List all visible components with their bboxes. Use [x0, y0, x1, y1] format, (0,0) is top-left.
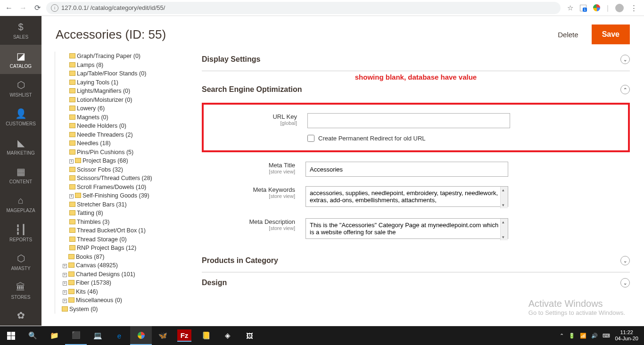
tree-node[interactable]: +Canvas (48925) — [57, 261, 188, 270]
tree-node[interactable]: Magnets (0) — [57, 113, 188, 122]
tree-node[interactable]: Lap/Table/Floor Stands (0) — [57, 69, 188, 78]
sidebar-item-reports[interactable]: ┇┃REPORTS — [0, 218, 41, 247]
delete-button[interactable]: Delete — [552, 27, 584, 42]
tray-chevron-icon[interactable]: ⌃ — [560, 333, 564, 339]
checkbox-permanent-redirect[interactable] — [307, 135, 314, 142]
extension-color-icon[interactable] — [593, 4, 600, 11]
file-explorer-icon[interactable]: 📁 — [43, 326, 65, 345]
tree-node[interactable]: Lights/Magnifiers (0) — [57, 87, 188, 96]
address-bar[interactable]: i 127.0.0.1/ /catalog/category/edit/id/5… — [46, 2, 561, 14]
sidebar-item-system[interactable]: ✿ — [0, 305, 41, 326]
tree-node[interactable]: Needle Threaders (2) — [57, 131, 188, 140]
tree-node[interactable]: Pins/Pin Cushions (5) — [57, 148, 188, 157]
megaphone-icon: ◣ — [17, 137, 25, 148]
tree-node[interactable]: Lowery (6) — [57, 104, 188, 113]
app-icon-5[interactable]: 🖼 — [239, 326, 260, 345]
tree-node[interactable]: +Kits (46) — [57, 288, 188, 296]
sidebar-item-marketing[interactable]: ◣MARKETING — [0, 131, 41, 160]
sidebar-item-customers[interactable]: 👤CUSTOMERS — [0, 103, 41, 131]
tree-node-label: Needle Threaders (2) — [77, 131, 133, 138]
sidebar-item-mageplaza[interactable]: ⌂MAGEPLAZA — [0, 189, 41, 218]
tree-node[interactable]: Thread Storage (0) — [57, 235, 188, 244]
folder-icon — [69, 62, 75, 67]
reload-button[interactable]: ⟳ — [32, 3, 42, 13]
layout-icon: ▦ — [17, 166, 25, 177]
expand-icon[interactable]: + — [63, 273, 67, 277]
app-icon-1[interactable]: ⬛ — [65, 326, 87, 345]
scrollbar[interactable] — [500, 219, 508, 240]
app-icon-4[interactable]: ◈ — [217, 326, 239, 345]
sidebar-item-catalog[interactable]: ◪CATALOG — [0, 45, 41, 74]
tree-node[interactable]: Laying Tools (1) — [57, 78, 188, 87]
sidebar-item-stores[interactable]: 🏛STORES — [0, 276, 41, 305]
section-design[interactable]: Design ⌄ — [202, 272, 630, 294]
textarea-meta-description[interactable]: This is the "Accessories" Category Page … — [305, 218, 508, 239]
tree-node[interactable]: Books (87) — [57, 253, 188, 262]
volume-icon[interactable]: 🔊 — [591, 333, 598, 339]
tree-node[interactable]: Stretcher Bars (31) — [57, 200, 188, 209]
scrollbar[interactable] — [500, 187, 508, 208]
site-info-icon[interactable]: i — [51, 4, 58, 12]
tree-node[interactable]: Lotion/Moisturizer (0) — [57, 96, 188, 105]
section-products-in-category[interactable]: Products in Category ⌄ — [202, 250, 630, 272]
store-icon: 🏛 — [16, 282, 25, 293]
expand-icon[interactable]: + — [63, 281, 67, 286]
filezilla-icon[interactable]: Fz — [177, 329, 191, 342]
tree-node[interactable]: Lamps (8) — [57, 61, 188, 70]
tree-node[interactable]: System (0) — [57, 305, 188, 314]
battery-icon[interactable]: 🔋 — [569, 333, 575, 339]
app-icon-3[interactable]: 🦋 — [152, 326, 173, 345]
expand-icon[interactable]: + — [63, 264, 67, 268]
sidebar-item-wishlist[interactable]: ⬡WISHLIST — [0, 74, 41, 103]
textarea-meta-keywords[interactable]: accessories, supplies, needlepoint, embr… — [305, 186, 508, 207]
folder-icon — [69, 245, 75, 250]
app-icon-2[interactable]: 💻 — [87, 326, 108, 345]
expand-icon[interactable]: + — [69, 159, 74, 164]
tree-node[interactable]: Needles (18) — [57, 139, 188, 148]
back-button[interactable]: ← — [4, 3, 14, 13]
star-icon[interactable]: ☆ — [567, 4, 573, 12]
forward-button[interactable]: → — [18, 3, 28, 13]
sidebar-item-content[interactable]: ▦CONTENT — [0, 161, 41, 189]
tree-node[interactable]: +Fiber (15738) — [57, 279, 188, 288]
tree-node[interactable]: +Miscellaneous (0) — [57, 296, 188, 305]
hexagon-icon: ⬡ — [17, 253, 25, 264]
expand-icon[interactable]: + — [63, 290, 67, 295]
browser-menu-icon[interactable]: ⋮ — [630, 4, 637, 12]
tree-node[interactable]: RNP Project Bags (12) — [57, 244, 188, 253]
house-icon: ⌂ — [18, 195, 24, 206]
input-url-key[interactable] — [307, 113, 510, 128]
tree-node[interactable]: Needle Holders (0) — [57, 122, 188, 131]
keyboard-icon[interactable]: ⌨ — [603, 333, 610, 339]
expand-icon[interactable]: + — [69, 194, 74, 198]
profile-avatar-icon[interactable] — [615, 4, 624, 12]
tree-node[interactable]: Scroll Frames/Dowels (10) — [57, 183, 188, 192]
expand-icon[interactable]: + — [63, 299, 67, 303]
tree-node[interactable]: +Self-Finishing Goods (39) — [57, 191, 188, 200]
tree-node[interactable]: Graph/Tracing Paper (0) — [57, 52, 188, 61]
sidebar-item-amasty[interactable]: ⬡AMASTY — [0, 247, 41, 276]
sidebar-item-sales[interactable]: $SALES — [0, 16, 41, 45]
save-button[interactable]: Save — [592, 25, 630, 44]
start-button[interactable] — [0, 326, 22, 345]
notes-icon[interactable]: 📒 — [195, 326, 217, 345]
folder-icon — [69, 184, 75, 189]
chrome-icon[interactable] — [130, 326, 152, 345]
tree-node[interactable]: +Project Bags (68) — [57, 156, 188, 165]
clock[interactable]: 11:22 04-Jun-20 — [615, 329, 638, 342]
tree-node-label: Lamps (8) — [77, 62, 103, 68]
tree-node[interactable]: Scissors/Thread Cutters (28) — [57, 174, 188, 183]
search-button[interactable]: 🔍 — [22, 326, 43, 345]
extension-icon[interactable] — [580, 5, 586, 11]
edge-icon[interactable]: e — [108, 326, 130, 345]
tree-node[interactable]: Scissor Fobs (32) — [57, 165, 188, 174]
section-seo[interactable]: Search Engine Optimization ⌃ — [202, 85, 630, 101]
tree-node[interactable]: +Charted Designs (101) — [57, 270, 188, 279]
wifi-icon[interactable]: 📶 — [580, 333, 586, 339]
section-display-settings[interactable]: Display Settings ⌄ — [202, 49, 630, 71]
category-tree[interactable]: Graph/Tracing Paper (0)Lamps (8)Lap/Tabl… — [51, 49, 188, 313]
tree-node[interactable]: Thimbles (3) — [57, 218, 188, 227]
tree-node[interactable]: Tatting (8) — [57, 209, 188, 218]
input-meta-title[interactable] — [305, 162, 508, 177]
tree-node[interactable]: Thread Bucket/Ort Box (1) — [57, 226, 188, 235]
